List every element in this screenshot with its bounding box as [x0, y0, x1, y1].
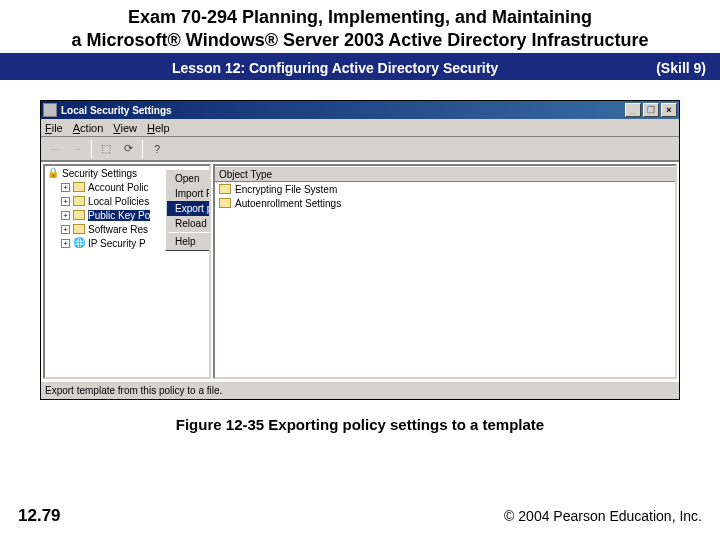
expand-icon[interactable]: +	[61, 197, 70, 206]
skill-label: (Skill 9)	[656, 60, 706, 76]
ctx-import-policy[interactable]: Import Policy...	[167, 186, 211, 201]
copyright: © 2004 Pearson Education, Inc.	[504, 508, 702, 524]
slide-title: Exam 70-294 Planning, Implementing, and …	[0, 0, 720, 56]
client-area: 🔒 Security Settings + Account Polic + Lo…	[41, 161, 679, 381]
menu-help[interactable]: Help	[147, 122, 170, 134]
close-button[interactable]: ×	[661, 103, 677, 117]
expand-icon[interactable]: +	[61, 225, 70, 234]
expand-icon[interactable]: +	[61, 183, 70, 192]
app-window: Local Security Settings _ ❐ × File Actio…	[40, 100, 680, 400]
folder-icon	[73, 224, 85, 234]
tree-item-label: Software Res	[88, 224, 148, 235]
footer: 12.79 © 2004 Pearson Education, Inc.	[0, 506, 720, 526]
folder-icon	[73, 196, 85, 206]
tree-item-label: Account Polic	[88, 182, 149, 193]
title-line-1: Exam 70-294 Planning, Implementing, and …	[128, 7, 592, 27]
tree-pane[interactable]: 🔒 Security Settings + Account Polic + Lo…	[43, 164, 211, 379]
lesson-text: Lesson 12: Configuring Active Directory …	[14, 60, 656, 76]
ctx-help[interactable]: Help	[167, 234, 211, 249]
list-item[interactable]: Encrypting File System	[215, 182, 675, 196]
list-item-label: Encrypting File System	[235, 184, 337, 195]
app-icon	[43, 103, 57, 117]
ipsec-icon: 🌐	[73, 237, 85, 249]
context-menu: Open Import Policy... Export policy... R…	[165, 169, 211, 251]
expand-icon[interactable]: +	[61, 239, 70, 248]
titlebar[interactable]: Local Security Settings _ ❐ ×	[41, 101, 679, 119]
forward-button[interactable]: →	[67, 139, 87, 159]
ctx-separator	[169, 232, 211, 233]
expand-icon[interactable]: +	[61, 211, 70, 220]
list-item[interactable]: Autoenrollment Settings	[215, 196, 675, 210]
refresh-button[interactable]: ⟳	[118, 139, 138, 159]
tree-item-label: Public Key Po	[88, 210, 150, 221]
ctx-export-policy[interactable]: Export policy...	[167, 201, 211, 216]
statusbar-text: Export template from this policy to a fi…	[45, 385, 222, 396]
maximize-button[interactable]: ❐	[643, 103, 659, 117]
toolbar: ← → ⬚ ⟳ ?	[41, 137, 679, 161]
ctx-reload[interactable]: Reload	[167, 216, 211, 231]
toolbar-separator-2	[142, 140, 143, 158]
list-item-label: Autoenrollment Settings	[235, 198, 341, 209]
tree-item-label: Local Policies	[88, 196, 149, 207]
window-title: Local Security Settings	[61, 105, 172, 116]
tree-item-label: IP Security P	[88, 238, 146, 249]
ctx-open[interactable]: Open	[167, 171, 211, 186]
menu-action[interactable]: Action	[73, 122, 104, 134]
up-button[interactable]: ⬚	[96, 139, 116, 159]
title-line-2: a Microsoft® Windows® Server 2003 Active…	[72, 30, 649, 50]
toolbar-separator	[91, 140, 92, 158]
back-button[interactable]: ←	[45, 139, 65, 159]
column-header[interactable]: Object Type	[215, 166, 675, 182]
lesson-bar: Lesson 12: Configuring Active Directory …	[0, 56, 720, 80]
security-icon: 🔒	[47, 167, 59, 179]
settings-icon	[219, 198, 231, 208]
folder-icon	[73, 182, 85, 192]
page-number: 12.79	[18, 506, 61, 526]
menubar: File Action View Help	[41, 119, 679, 137]
folder-icon	[219, 184, 231, 194]
minimize-button[interactable]: _	[625, 103, 641, 117]
menu-file[interactable]: File	[45, 122, 63, 134]
menu-view[interactable]: View	[113, 122, 137, 134]
tree-root-label: Security Settings	[62, 168, 137, 179]
list-pane[interactable]: Object Type Encrypting File System Autoe…	[213, 164, 677, 379]
statusbar: Export template from this policy to a fi…	[41, 381, 679, 399]
folder-icon	[73, 210, 85, 220]
figure-caption: Figure 12-35 Exporting policy settings t…	[0, 416, 720, 433]
help-button[interactable]: ?	[147, 139, 167, 159]
